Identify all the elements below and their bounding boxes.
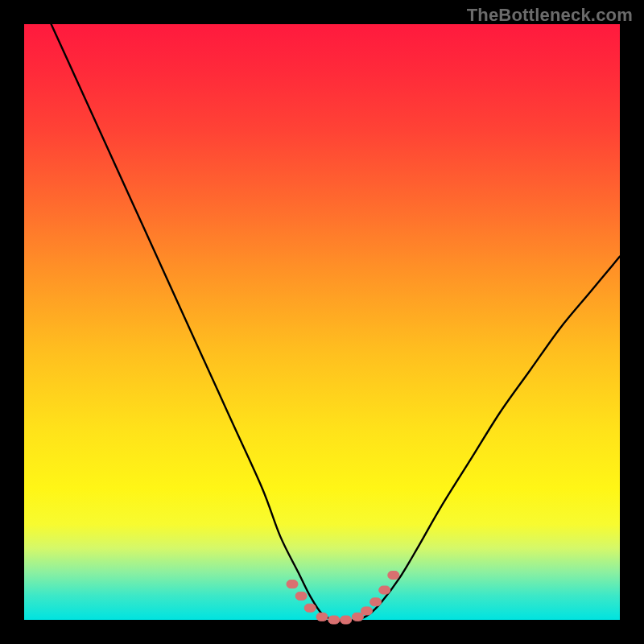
- curve-marker: [304, 604, 316, 612]
- curve-marker: [287, 580, 298, 588]
- curve-marker: [370, 598, 382, 606]
- chart-area: [24, 24, 620, 620]
- curve-marker: [388, 572, 399, 580]
- watermark-text: TheBottleneck.com: [467, 5, 633, 26]
- marker-group: [287, 572, 399, 625]
- bottleneck-curve: [24, 0, 620, 621]
- curve-svg: [24, 24, 620, 620]
- curve-marker: [361, 607, 373, 615]
- curve-marker: [379, 586, 390, 594]
- curve-marker: [316, 613, 328, 621]
- curve-marker: [328, 616, 340, 624]
- curve-marker: [295, 592, 307, 600]
- curve-marker: [341, 616, 352, 624]
- curve-marker: [352, 613, 363, 621]
